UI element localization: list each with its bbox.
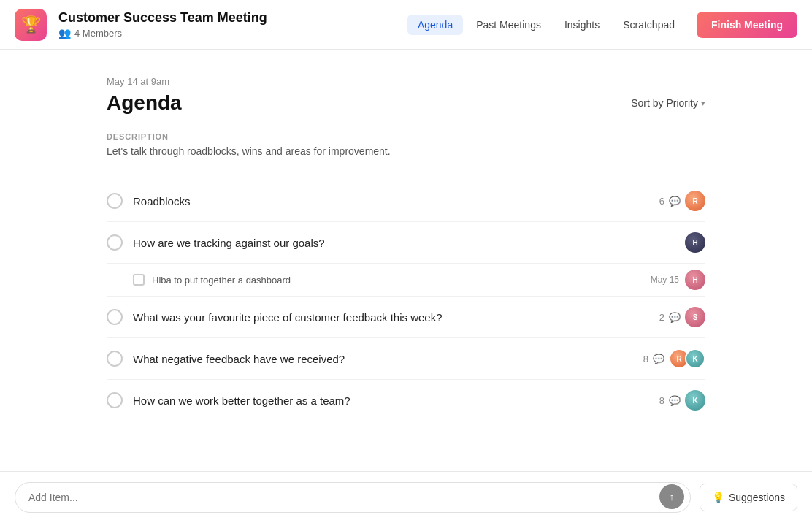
- agenda-item-roadblocks: Roadblocks 6 💬 R: [107, 180, 705, 222]
- footer: ↑ 💡 Suggestions: [0, 471, 812, 508]
- item-meta-goals: H: [685, 232, 705, 253]
- avatar-hiba: H: [685, 270, 705, 290]
- task-meta-hiba: May 15 H: [651, 270, 705, 290]
- header-title-block: Customer Success Team Meeting 👥 4 Member…: [58, 10, 267, 39]
- item-label-roadblocks: Roadblocks: [133, 195, 649, 207]
- comment-count-negative-feedback: 8: [643, 354, 648, 364]
- item-check-goals[interactable]: [107, 234, 123, 251]
- avatar-teamwork: K: [685, 390, 705, 411]
- item-label-feedback: What was your favourite piece of custome…: [133, 311, 649, 324]
- comment-count-teamwork: 8: [659, 395, 664, 406]
- task-due-date-hiba: May 15: [651, 275, 679, 285]
- agenda-heading: Agenda: [107, 91, 182, 115]
- members-row: 👥 4 Members: [58, 27, 267, 39]
- chevron-down-icon: ▾: [701, 99, 705, 108]
- description-section: DESCRIPTION Let's talk through roadblock…: [107, 132, 705, 157]
- header: 🏆 Customer Success Team Meeting 👥 4 Memb…: [0, 0, 812, 50]
- suggestions-button[interactable]: 💡 Suggestions: [700, 484, 797, 508]
- task-label-hiba: Hiba to put together a dashboard: [152, 275, 643, 286]
- sub-item-hiba-dashboard: Hiba to put together a dashboard May 15 …: [107, 264, 705, 297]
- tab-scratchpad[interactable]: Scratchpad: [613, 15, 685, 35]
- sort-label: Sort by Priority: [631, 97, 698, 109]
- description-text: Let's talk through roadblocks, wins and …: [107, 145, 705, 157]
- members-icon: 👥: [58, 27, 71, 39]
- agenda-item-negative-feedback: What negative feedback have we received?…: [107, 338, 705, 380]
- comment-count-feedback: 2: [659, 312, 664, 323]
- app-icon: 🏆: [15, 9, 47, 41]
- agenda-item-feedback: What was your favourite piece of custome…: [107, 297, 705, 338]
- agenda-item-teamwork: How can we work better together as a tea…: [107, 380, 705, 421]
- send-icon: ↑: [670, 491, 675, 503]
- item-meta-roadblocks: 6 💬 R: [659, 191, 705, 211]
- finish-meeting-button[interactable]: Finish Meeting: [697, 12, 797, 38]
- comment-icon-feedback: 💬: [669, 312, 681, 323]
- date-label: May 14 at 9am: [107, 76, 705, 87]
- comment-count-roadblocks: 6: [659, 196, 664, 207]
- item-check-feedback[interactable]: [107, 309, 123, 325]
- avatar-group-negative-feedback: R K: [669, 348, 705, 369]
- tab-agenda[interactable]: Agenda: [407, 15, 463, 35]
- avatar-roadblocks: R: [685, 191, 705, 211]
- header-nav: Agenda Past Meetings Insights Scratchpad…: [407, 12, 797, 38]
- item-check-negative-feedback[interactable]: [107, 351, 123, 367]
- sort-by-priority-button[interactable]: Sort by Priority ▾: [631, 97, 705, 109]
- avatar-neg-2: K: [685, 348, 705, 369]
- agenda-heading-row: Agenda Sort by Priority ▾: [107, 91, 705, 115]
- item-label-teamwork: How can we work better together as a tea…: [133, 394, 649, 407]
- main-content: May 14 at 9am Agenda Sort by Priority ▾ …: [77, 50, 735, 508]
- agenda-item-goals: How are we tracking against our goals? H: [107, 222, 705, 264]
- item-check-roadblocks[interactable]: [107, 193, 123, 209]
- comment-icon-teamwork: 💬: [669, 395, 681, 406]
- avatar-feedback: S: [685, 307, 705, 327]
- item-check-teamwork[interactable]: [107, 392, 123, 408]
- meeting-title: Customer Success Team Meeting: [58, 10, 267, 26]
- suggestions-emoji-icon: 💡: [712, 492, 724, 503]
- comment-icon-negative-feedback: 💬: [653, 354, 664, 364]
- item-meta-feedback: 2 💬 S: [659, 307, 705, 327]
- task-checkbox-hiba[interactable]: [133, 274, 145, 286]
- comment-icon-roadblocks: 💬: [669, 196, 681, 207]
- send-button[interactable]: ↑: [659, 484, 684, 508]
- item-meta-teamwork: 8 💬 K: [659, 390, 705, 411]
- add-item-input[interactable]: [15, 482, 691, 508]
- avatar-goals: H: [685, 232, 705, 253]
- suggestions-label: Suggestions: [729, 492, 785, 503]
- item-label-goals: How are we tracking against our goals?: [133, 237, 675, 249]
- item-label-negative-feedback: What negative feedback have we received?: [133, 353, 633, 365]
- tab-insights[interactable]: Insights: [554, 15, 610, 35]
- members-count: 4 Members: [74, 28, 122, 39]
- item-meta-negative-feedback: 8 💬 R K: [643, 348, 705, 369]
- description-label: DESCRIPTION: [107, 132, 705, 141]
- tab-past-meetings[interactable]: Past Meetings: [466, 15, 551, 35]
